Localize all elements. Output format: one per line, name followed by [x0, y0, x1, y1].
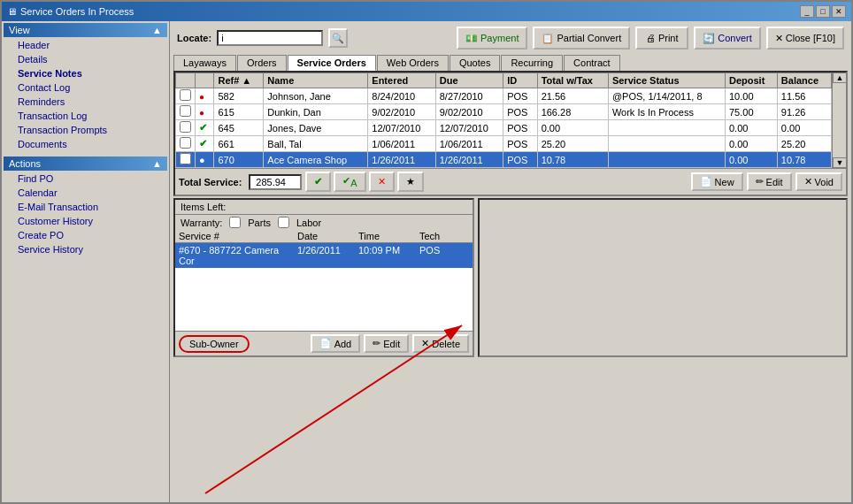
service-table-header: Service # Date Time Tech [175, 230, 473, 243]
add-button[interactable]: 📄 Add [311, 334, 361, 353]
star-icon: ★ [406, 176, 415, 187]
scroll-up-button[interactable]: ▲ [833, 73, 846, 83]
maximize-button[interactable]: □ [816, 5, 830, 18]
col-name[interactable]: Name [264, 73, 368, 88]
sidebar-item-contact-log[interactable]: Contact Log [4, 80, 167, 95]
tab-web-orders[interactable]: Web Orders [377, 55, 449, 71]
subowner-label: Sub-Owner [189, 339, 239, 349]
partial-convert-button[interactable]: 📋 Partial Convert [533, 27, 630, 50]
add-icon: 📄 [319, 338, 332, 349]
col-total[interactable]: Total w/Tax [537, 73, 608, 88]
checkmark-button[interactable]: ✔ [305, 172, 331, 192]
right-panel: Locate: 🔍 💵 Payment 📋 Partial Convert 🖨 … [170, 21, 851, 502]
payment-icon: 💵 [465, 33, 478, 44]
sidebar-item-create-po[interactable]: Create PO [4, 228, 167, 242]
row-checkbox[interactable] [180, 121, 191, 133]
service-num-value: #670 - 887722 Camera Cor [179, 245, 294, 266]
payment-button[interactable]: 💵 Payment [457, 27, 527, 50]
labor-label: Labor [296, 218, 321, 228]
labor-checkbox[interactable] [278, 217, 289, 228]
actions-section-header[interactable]: Actions ▲ [4, 157, 167, 171]
sidebar-item-calendar[interactable]: Calendar [4, 186, 167, 200]
col-ref[interactable]: Ref# ▲ [214, 73, 264, 88]
bottom-toolbar-right: Sub-Owner [179, 335, 250, 353]
new-button[interactable]: 📄 New [691, 172, 743, 191]
sidebar-item-email-transaction[interactable]: E-Mail Transaction [4, 200, 167, 214]
col-indicator [196, 73, 214, 88]
void-label: Void [815, 177, 834, 187]
view-section-header[interactable]: View ▲ [4, 23, 167, 37]
service-tech-value: POS [419, 245, 455, 266]
col-checkbox [176, 73, 196, 88]
table-row[interactable]: ✔ 645Jones, Dave12/07/201012/07/2010POS0… [176, 120, 832, 136]
star-button[interactable]: ★ [397, 172, 424, 192]
locate-input[interactable] [217, 30, 323, 46]
sidebar-item-details[interactable]: Details [4, 52, 167, 66]
convert-label: Convert [718, 33, 752, 43]
tab-orders[interactable]: Orders [237, 55, 287, 71]
table-toolbar-left: Total Service: 285.94 ✔ ✔A ✕ ★ [179, 172, 424, 192]
col-deposit[interactable]: Deposit [725, 73, 777, 88]
tab-quotes[interactable]: Quotes [450, 55, 500, 71]
table-scrollbar[interactable]: ▲ ▼ [832, 73, 846, 168]
convert-button[interactable]: 🔄 Convert [694, 27, 761, 50]
sub-owner-button[interactable]: Sub-Owner [179, 335, 250, 353]
minimize-button[interactable]: _ [800, 5, 814, 18]
edit-button[interactable]: ✏ Edit [747, 172, 792, 191]
sidebar-item-service-history[interactable]: Service History [4, 242, 167, 256]
sidebar-item-transaction-log[interactable]: Transaction Log [4, 109, 167, 123]
add-label: Add [334, 339, 352, 349]
items-left-bar: Items Left: [175, 200, 473, 215]
delete-button[interactable]: ✕ Delete [412, 334, 469, 353]
table-toolbar-right: 📄 New ✏ Edit ✕ Void [691, 172, 842, 191]
top-toolbar: Locate: 🔍 💵 Payment 📋 Partial Convert 🖨 … [173, 25, 848, 51]
check-a-button[interactable]: ✔A [334, 172, 365, 192]
table-scroll-area[interactable]: Ref# ▲ Name Entered Due ID Total w/Tax S… [175, 73, 832, 168]
table-row[interactable]: ✔ 661Ball, Tal1/06/20111/06/2011POS25.20… [176, 136, 832, 152]
tab-service-orders[interactable]: Service Orders [288, 55, 376, 71]
col-entered[interactable]: Entered [368, 73, 435, 88]
scroll-down-button[interactable]: ▼ [833, 157, 846, 168]
table-toolbar: Total Service: 285.94 ✔ ✔A ✕ ★ 📄 New [175, 168, 846, 195]
table-row[interactable]: ● 670Ace Camera Shop1/26/20111/26/2011PO… [176, 152, 832, 168]
partial-convert-icon: 📋 [542, 33, 554, 44]
row-checkbox[interactable] [180, 137, 191, 149]
print-button[interactable]: 🖨 Print [635, 27, 688, 50]
locate-search-button[interactable]: 🔍 [328, 28, 348, 48]
sidebar-item-service-notes[interactable]: Service Notes [4, 66, 167, 80]
table-row[interactable]: ● 582Johnson, Jane8/24/20108/27/2010POS2… [176, 88, 832, 104]
close-button[interactable]: ✕ Close [F10] [766, 27, 844, 50]
service-row[interactable]: #670 - 887722 Camera Cor 1/26/2011 10:09… [175, 243, 473, 268]
void-button[interactable]: ✕ Void [795, 172, 842, 191]
sidebar-item-reminders[interactable]: Reminders [4, 95, 167, 109]
close-button[interactable]: ✕ [832, 5, 846, 18]
row-checkbox[interactable] [180, 105, 191, 117]
locate-search-icon: 🔍 [332, 33, 344, 44]
col-status[interactable]: Service Status [608, 73, 725, 88]
x-button[interactable]: ✕ [369, 172, 395, 192]
sidebar-item-header[interactable]: Header [4, 38, 167, 52]
time-col: Time [358, 231, 416, 241]
tab-layaways[interactable]: Layaways [173, 55, 236, 71]
action-icons: ✔ ✔A ✕ ★ [305, 172, 423, 192]
tab-contract[interactable]: Contract [564, 55, 620, 71]
parts-checkbox[interactable] [229, 217, 241, 228]
table-row[interactable]: ● 615Dunkin, Dan9/02/20109/02/2010POS166… [176, 104, 832, 120]
row-checkbox[interactable] [180, 89, 191, 101]
right-bottom-panel [478, 198, 848, 357]
sidebar-item-transaction-prompts[interactable]: Transaction Prompts [4, 123, 167, 137]
sidebar-item-documents[interactable]: Documents [4, 137, 167, 151]
view-section-label: View [9, 25, 30, 35]
col-due[interactable]: Due [435, 73, 503, 88]
warranty-label: Warranty: [181, 218, 222, 228]
col-id[interactable]: ID [503, 73, 537, 88]
row-status-icon: ● [199, 92, 204, 102]
row-status-icon: ✔ [199, 122, 207, 133]
tab-recurring[interactable]: Recurring [501, 55, 563, 71]
col-balance[interactable]: Balance [777, 73, 831, 88]
row-checkbox[interactable] [180, 153, 191, 164]
sidebar-item-customer-history[interactable]: Customer History [4, 214, 167, 228]
sidebar-item-find-po[interactable]: Find PO [4, 172, 167, 186]
delete-icon: ✕ [421, 338, 429, 349]
bottom-edit-button[interactable]: ✏ Edit [364, 334, 409, 353]
